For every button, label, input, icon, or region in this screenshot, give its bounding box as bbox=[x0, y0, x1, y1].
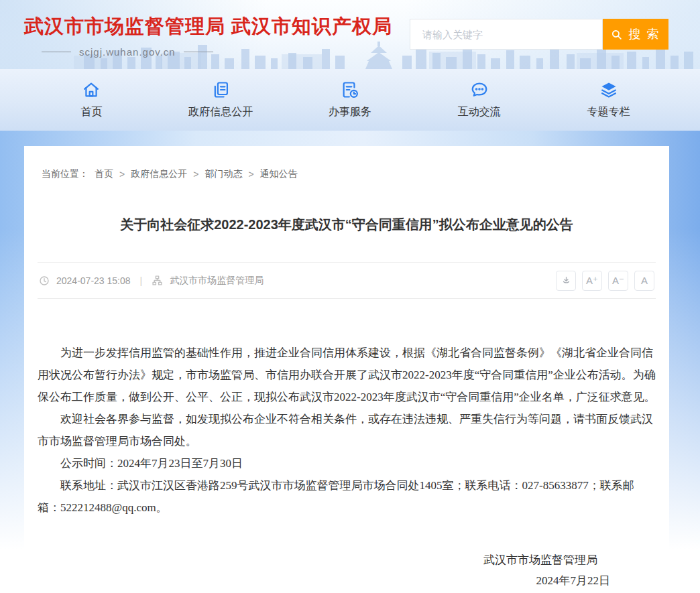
breadcrumb-item-dept-news[interactable]: 部门动态 bbox=[205, 168, 242, 180]
article-source: 武汉市市场监督管理局 bbox=[170, 275, 264, 287]
download-icon bbox=[561, 275, 571, 285]
article-title: 关于向社会征求2022-2023年度武汉市“守合同重信用”拟公布企业意见的公告 bbox=[78, 214, 616, 235]
breadcrumb-item-gov-info[interactable]: 政府信息公开 bbox=[131, 168, 187, 180]
clock-icon bbox=[39, 275, 50, 286]
article-toolbar: A⁺ A⁻ A bbox=[556, 271, 654, 291]
breadcrumb-separator: > bbox=[119, 169, 125, 180]
nav-item-interaction[interactable]: 互动交流 bbox=[414, 69, 544, 131]
content-card: 当前位置： 首页 > 政府信息公开 > 部门动态 > 通知公告 关于向社会征求2… bbox=[24, 146, 669, 593]
chat-icon bbox=[470, 80, 489, 99]
article-meta-bar: 2024-07-23 15:08 | 武汉市市场监督管理局 A⁺ A⁻ A bbox=[38, 262, 656, 299]
nav-item-label: 办事服务 bbox=[329, 105, 371, 119]
site-title: 武汉市市场监督管理局 武汉市知识产权局 bbox=[24, 13, 392, 40]
nav-item-label: 专题专栏 bbox=[587, 105, 630, 119]
breadcrumb-separator: > bbox=[193, 169, 198, 180]
search-input[interactable] bbox=[410, 19, 603, 50]
signature-org: 武汉市市场监督管理局 bbox=[38, 549, 597, 570]
article-meta: 2024-07-23 15:08 | 武汉市市场监督管理局 bbox=[39, 275, 264, 287]
font-reset-button[interactable]: A bbox=[634, 271, 654, 291]
article-signature: 武汉市市场监督管理局 2024年7月22日 bbox=[38, 549, 656, 591]
breadcrumb: 当前位置： 首页 > 政府信息公开 > 部门动态 > 通知公告 bbox=[38, 146, 656, 180]
signature-date: 2024年7月22日 bbox=[38, 570, 610, 591]
publish-time: 2024-07-23 15:08 bbox=[56, 275, 131, 286]
article-paragraph: 为进一步发挥信用监管的基础性作用，推进企业合同信用体系建设，根据《湖北省合同监督… bbox=[38, 342, 656, 408]
article-paragraph: 公示时间：2024年7月23日至7月30日 bbox=[38, 452, 656, 474]
dash-decoration bbox=[42, 52, 71, 52]
site-identity: 武汉市市场监督管理局 武汉市知识产权局 scjgj.wuhan.gov.cn bbox=[24, 13, 392, 58]
article-body: 为进一步发挥信用监管的基础性作用，推进企业合同信用体系建设，根据《湖北省合同监督… bbox=[38, 342, 656, 519]
breadcrumb-label: 当前位置： bbox=[42, 168, 89, 180]
nav-item-home[interactable]: 首页 bbox=[27, 69, 156, 131]
documents-icon bbox=[211, 80, 230, 99]
site-url-row: scjgj.wuhan.gov.cn bbox=[42, 46, 213, 58]
meta-separator: | bbox=[137, 275, 145, 286]
font-decrease-button[interactable]: A⁻ bbox=[608, 271, 628, 291]
download-button[interactable] bbox=[556, 271, 576, 291]
breadcrumb-separator: > bbox=[248, 169, 253, 180]
nav-item-special-topics[interactable]: 专题专栏 bbox=[544, 69, 673, 131]
nav-item-label: 政府信息公开 bbox=[188, 105, 253, 119]
service-clock-icon bbox=[341, 80, 359, 99]
nav-item-label: 互动交流 bbox=[458, 105, 501, 119]
search-box: 搜 索 bbox=[410, 19, 668, 50]
breadcrumb-item-home[interactable]: 首页 bbox=[95, 168, 113, 180]
article-paragraph: 欢迎社会各界参与监督，如发现拟公布企业不符合相关条件，或存在违法违规、严重失信行… bbox=[38, 408, 656, 452]
site-banner: 武汉市市场监督管理局 武汉市知识产权局 scjgj.wuhan.gov.cn 搜… bbox=[0, 0, 700, 69]
home-icon bbox=[82, 80, 101, 99]
search-button-label: 搜 索 bbox=[628, 26, 660, 42]
breadcrumb-item-notices[interactable]: 通知公告 bbox=[260, 168, 298, 180]
site-url: scjgj.wuhan.gov.cn bbox=[79, 46, 176, 58]
layers-icon bbox=[599, 80, 618, 99]
dash-decoration bbox=[184, 52, 213, 52]
source-sitemap-icon bbox=[152, 275, 163, 286]
search-icon bbox=[611, 29, 622, 40]
main-nav: 首页 政府信息公开 办事服务 互动交流 专题 bbox=[0, 69, 700, 131]
article-paragraph: 联系地址：武汉市江汉区香港路259号武汉市市场监督管理局市场合同处1405室；联… bbox=[38, 474, 656, 519]
nav-item-gov-info[interactable]: 政府信息公开 bbox=[156, 69, 286, 131]
nav-item-label: 首页 bbox=[80, 105, 102, 119]
nav-item-services[interactable]: 办事服务 bbox=[286, 69, 415, 131]
font-increase-button[interactable]: A⁺ bbox=[582, 271, 602, 291]
search-button[interactable]: 搜 索 bbox=[603, 19, 668, 50]
